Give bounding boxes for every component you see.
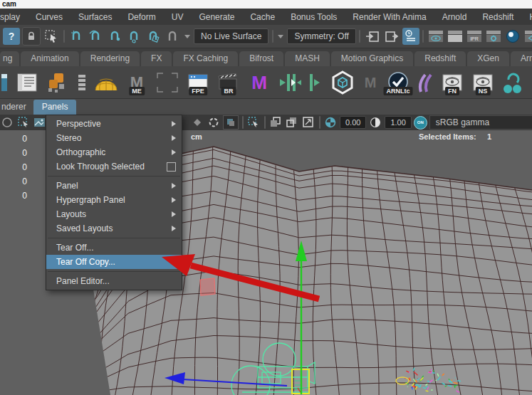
panel-menu-renderer[interactable]: nderer (0, 102, 33, 112)
wireframe-on-shaded-icon[interactable] (190, 116, 204, 129)
clipped-shelf-icon[interactable] (1, 69, 9, 96)
fpe-window-shelf-icon[interactable]: FPE (186, 69, 210, 96)
menu-curves[interactable]: Curves (28, 12, 71, 22)
curves-shelf-icon[interactable] (417, 69, 434, 96)
select-highlight-icon[interactable] (16, 116, 31, 129)
shelf-tab-motion-graphics[interactable]: Motion Graphics (331, 51, 413, 66)
snap-projected-center-icon[interactable] (125, 28, 142, 45)
menu-uv[interactable]: UV (164, 12, 192, 22)
snap-grid-icon[interactable] (68, 28, 85, 45)
viewport-select-icon[interactable] (246, 116, 261, 129)
shelf-tab-mash[interactable]: MASH (285, 51, 330, 66)
image-plane-icon[interactable] (33, 116, 47, 129)
symmetry-field[interactable]: Symmetry: Off (287, 28, 355, 44)
channel-value[interactable]: 0 (0, 160, 27, 174)
output-connections-icon[interactable] (383, 28, 400, 45)
camera-select-icon[interactable] (0, 116, 14, 129)
menu-item-tear-off[interactable]: Tear Off... (46, 241, 182, 255)
lock-icon[interactable] (22, 27, 41, 46)
menu-item-panel-editor[interactable]: Panel Editor... (46, 274, 182, 288)
hook-dots-shelf-icon[interactable] (501, 69, 523, 96)
textured-mode-icon[interactable] (223, 115, 239, 130)
menu-surfaces[interactable]: Surfaces (71, 12, 120, 22)
shelf-tab-ng[interactable]: ng (0, 51, 19, 66)
split-arrows-shelf-icon[interactable] (278, 69, 302, 96)
color-management-toggle[interactable]: ON (414, 116, 427, 130)
shelf-tab-animation[interactable]: Animation (21, 51, 78, 66)
quick-help-icon[interactable]: ? (3, 28, 20, 45)
menu-item-layouts[interactable]: Layouts (46, 207, 182, 221)
menu-checkbox[interactable] (167, 162, 176, 172)
empty-shelf-slot[interactable] (155, 69, 179, 96)
notes-shelf-icon[interactable] (15, 69, 39, 96)
symmetry-caret-icon[interactable] (278, 35, 283, 38)
snap-options-caret-icon[interactable] (184, 35, 190, 38)
mental-ray-shelf-icon[interactable]: M ME (125, 69, 149, 96)
exposure-field[interactable]: 0.00 (340, 116, 366, 129)
shelf-tab-redshift[interactable]: Redshift (414, 51, 466, 66)
menu-item-look-through-selected[interactable]: Look Through Selected (46, 159, 182, 174)
menu-item-orthographic[interactable]: Orthographic (46, 145, 182, 159)
fn-eye-shelf-icon[interactable]: FN (440, 69, 464, 96)
ns-eye-shelf-icon[interactable]: NS (471, 69, 495, 96)
channel-value[interactable]: 0 (0, 189, 27, 203)
hypershade-icon[interactable] (504, 28, 521, 45)
lattice-sphere-shelf-icon[interactable] (94, 69, 118, 96)
br-clapperboard-shelf-icon[interactable]: BR (217, 69, 241, 96)
menu-item-panel[interactable]: Panel (46, 179, 182, 193)
snap-curve-icon[interactable] (87, 28, 104, 45)
menu-generate[interactable]: Generate (191, 12, 242, 22)
channel-value[interactable]: 0 (0, 174, 27, 189)
menu-arnold[interactable]: Arnold (434, 12, 475, 22)
shelf-tab-bifrost[interactable]: Bifrost (239, 51, 283, 66)
isolate-select-icon[interactable] (268, 116, 283, 129)
construction-history-icon[interactable] (402, 28, 419, 45)
shelf-tab-fx[interactable]: FX (141, 51, 172, 66)
select-tool-icon[interactable] (43, 28, 60, 45)
frame-view-icon[interactable] (301, 116, 315, 129)
exposure-icon[interactable] (323, 116, 338, 129)
shelf-tab-rendering[interactable]: Rendering (80, 51, 140, 66)
menu-redshift[interactable]: Redshift (474, 12, 521, 22)
panel-menu-panels[interactable]: Panels (33, 100, 77, 115)
menu-help[interactable]: Help (521, 12, 532, 22)
render-current-frame-icon[interactable] (447, 28, 464, 45)
gamma-field[interactable]: 1.00 (385, 116, 411, 129)
input-connections-icon[interactable] (364, 28, 381, 45)
snap-point-icon[interactable] (106, 28, 123, 45)
mash-shelf-icon[interactable]: M (247, 69, 271, 96)
bifrost-hexagon-shelf-icon[interactable] (330, 69, 355, 96)
copy-view-icon[interactable] (285, 116, 299, 129)
menu-deform[interactable]: Deform (120, 12, 163, 22)
menu-item-tear-off-copy[interactable]: Tear Off Copy... (46, 255, 182, 269)
render-view-icon[interactable] (427, 28, 444, 45)
menu-item-saved-layouts[interactable]: Saved Layouts (46, 221, 182, 236)
menu-splay[interactable]: splay (0, 12, 28, 22)
stitch-scissors-shelf-icon[interactable] (529, 69, 532, 96)
menu-item-perspective[interactable]: Perspective (46, 117, 182, 131)
shelf-tab-xgen[interactable]: XGen (467, 51, 509, 66)
snap-together-icon[interactable] (164, 28, 181, 45)
gamma-icon[interactable] (368, 116, 382, 129)
channel-value[interactable]: 0 (0, 146, 27, 160)
ipr-render-icon[interactable]: IPR (466, 28, 483, 45)
menu-bonus-tools[interactable]: Bonus Tools (283, 12, 345, 22)
merge-arrow-shelf-icon[interactable] (308, 69, 324, 96)
menu-cache[interactable]: Cache (242, 12, 283, 22)
render-settings-icon[interactable] (485, 28, 502, 45)
stack-shelf-icon[interactable] (76, 69, 88, 96)
menu-render-with-anima[interactable]: Render With Anima (345, 12, 434, 22)
render-layers-icon[interactable] (523, 28, 532, 45)
colorspace-select[interactable]: sRGB gamma (429, 115, 532, 130)
shelf-tab-arnold[interactable]: Arnold (511, 51, 532, 66)
uv-layout-shelf-icon[interactable] (46, 69, 70, 96)
menu-item-hypergraph-panel[interactable]: Hypergraph Panel (46, 193, 182, 207)
default-lighting-icon[interactable] (207, 116, 221, 129)
live-surface-field[interactable]: No Live Surface (194, 28, 268, 44)
make-live-icon[interactable] (145, 28, 162, 45)
menu-item-stereo[interactable]: Stereo (46, 131, 182, 145)
maya-m-shelf-icon[interactable]: M (361, 69, 380, 96)
arnold-license-shelf-icon[interactable]: ARNLtc (386, 69, 410, 96)
channel-value[interactable]: 0 (0, 132, 27, 146)
shelf-tab-fx-caching[interactable]: FX Caching (173, 51, 238, 66)
